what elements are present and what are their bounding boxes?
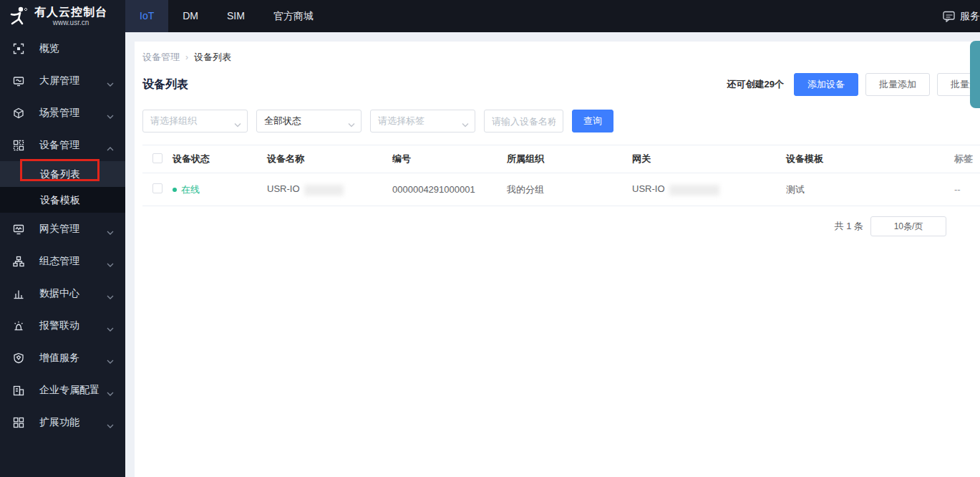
sidebar-subitem-device-list[interactable]: 设备列表 (0, 161, 125, 187)
main-content: 设备管理 › 设备列表 设备列表 还可创建29个 添加设备 批量添加 批量删除 … (125, 32, 980, 477)
sidebar-item-device-mgmt[interactable]: 设备管理 (0, 129, 125, 161)
sitemap-icon (13, 256, 24, 267)
sidebar: 概览 大屏管理 场景管理 (0, 32, 125, 477)
sidebar-item-enterprise-config[interactable]: 企业专属配置 (0, 374, 125, 406)
col-header-gateway: 网关 (632, 153, 786, 165)
chevron-down-icon (107, 226, 114, 232)
topbar-service[interactable]: 服务 (943, 0, 980, 32)
running-man-logo-icon (7, 5, 30, 28)
device-name-cell[interactable]: USR-IO (267, 183, 392, 195)
breadcrumb: 设备管理 › 设备列表 (142, 50, 980, 64)
chevron-down-icon (234, 119, 241, 124)
top-nav: IoT DM SIM 官方商城 (125, 0, 328, 32)
chat-bubble-icon (943, 11, 956, 22)
page-size-select[interactable]: 10条/页 (870, 216, 946, 236)
redacted-blur (304, 185, 344, 196)
sidebar-item-extensions[interactable]: 扩展功能 (0, 406, 125, 438)
search-button[interactable]: 查询 (572, 110, 613, 132)
nav-tab-dm[interactable]: DM (168, 0, 213, 32)
filter-bar: 请选择组织 全部状态 请选择标签 查询 (142, 110, 980, 132)
brand-subtitle: www.usr.cn (53, 19, 89, 27)
sidebar-item-config-mgmt[interactable]: 组态管理 (0, 245, 125, 277)
sidebar-item-alarm-linkage[interactable]: 报警联动 (0, 309, 125, 342)
sidebar-item-data-center[interactable]: 数据中心 (0, 277, 125, 309)
chevron-down-icon (107, 355, 114, 361)
nav-tab-mall[interactable]: 官方商城 (259, 0, 328, 32)
quota-label: 还可创建29个 (727, 78, 784, 91)
tag-select[interactable]: 请选择标签 (370, 110, 475, 132)
chevron-down-icon (107, 323, 114, 329)
chevron-down-icon (107, 387, 114, 393)
device-gateway-cell: USR-IO (632, 183, 786, 195)
chevron-down-icon (107, 420, 114, 425)
table-row[interactable]: 在线 USR-IO 0000004291000001 我的分组 USR-IO 测… (142, 173, 980, 206)
header-actions: 还可创建29个 添加设备 批量添加 批量删除 (727, 73, 980, 96)
table-header-row: 设备状态 设备名称 编号 所属组织 网关 设备模板 标签 (142, 145, 980, 173)
sidebar-item-scene-mgmt[interactable]: 场景管理 (0, 97, 125, 129)
device-code-cell: 0000004291000001 (392, 184, 507, 195)
brand-title: 有人云控制台 (34, 5, 107, 19)
sidebar-subitem-device-template[interactable]: 设备模板 (0, 187, 125, 213)
device-table: 设备状态 设备名称 编号 所属组织 网关 设备模板 标签 在线 USR-IO 0… (142, 145, 980, 206)
chevron-down-icon (107, 110, 114, 116)
bar-chart-icon (13, 288, 24, 299)
online-dot-icon (173, 188, 177, 192)
row-checkbox[interactable] (152, 183, 162, 193)
status-select[interactable]: 全部状态 (256, 110, 362, 132)
scene-cube-icon (13, 107, 24, 119)
device-tag-cell: -- (954, 184, 980, 195)
device-name-input[interactable] (484, 110, 563, 132)
alarm-siren-icon (13, 320, 24, 332)
overview-icon (13, 43, 24, 54)
chevron-up-icon (107, 143, 114, 148)
breadcrumb-current: 设备列表 (194, 51, 231, 64)
col-header-status: 设备状态 (173, 153, 267, 165)
content-card: 设备管理 › 设备列表 设备列表 还可创建29个 添加设备 批量添加 批量删除 … (135, 42, 980, 477)
col-header-code: 编号 (392, 153, 507, 165)
brand-logo[interactable]: 有人云控制台 www.usr.cn (0, 0, 125, 32)
status-badge: 在线 (173, 183, 200, 196)
page-title: 设备列表 (142, 77, 188, 92)
add-device-button[interactable]: 添加设备 (794, 73, 858, 96)
shield-gem-icon (13, 352, 24, 364)
chevron-down-icon (107, 259, 114, 264)
device-grid-icon (13, 140, 24, 151)
redacted-blur (669, 185, 719, 196)
device-template-cell: 测试 (786, 183, 954, 196)
sidebar-item-gateway-mgmt[interactable]: 网关管理 (0, 213, 125, 245)
sidebar-item-value-added[interactable]: 增值服务 (0, 342, 125, 374)
topbar: 有人云控制台 www.usr.cn IoT DM SIM 官方商城 服务 (0, 0, 980, 32)
col-header-name: 设备名称 (267, 153, 392, 165)
nav-tab-iot[interactable]: IoT (125, 0, 168, 32)
breadcrumb-parent[interactable]: 设备管理 (142, 51, 180, 64)
device-org-cell: 我的分组 (507, 183, 632, 196)
sidebar-item-screen-mgmt[interactable]: 大屏管理 (0, 64, 125, 97)
gateway-icon (13, 223, 24, 235)
nav-tab-sim[interactable]: SIM (213, 0, 259, 32)
pagination: 共 1 条 10条/页 (142, 216, 946, 236)
chevron-down-icon (462, 119, 469, 124)
side-float-tab[interactable] (970, 41, 980, 108)
chevron-down-icon (107, 291, 114, 297)
chevron-down-icon (107, 78, 114, 84)
sidebar-item-overview[interactable]: 概览 (0, 32, 125, 64)
pagination-total: 共 1 条 (835, 220, 863, 233)
batch-add-button[interactable]: 批量添加 (865, 73, 930, 96)
four-squares-icon (13, 417, 24, 428)
org-select[interactable]: 请选择组织 (142, 110, 248, 132)
col-header-tag: 标签 (954, 153, 980, 165)
building-icon (13, 385, 24, 396)
breadcrumb-separator: › (185, 52, 188, 62)
col-header-org: 所属组织 (507, 153, 632, 165)
big-screen-icon (13, 75, 24, 87)
col-header-template: 设备模板 (786, 153, 954, 165)
service-label: 服务 (960, 10, 980, 23)
chevron-down-icon (348, 119, 355, 124)
select-all-checkbox[interactable] (152, 153, 162, 163)
